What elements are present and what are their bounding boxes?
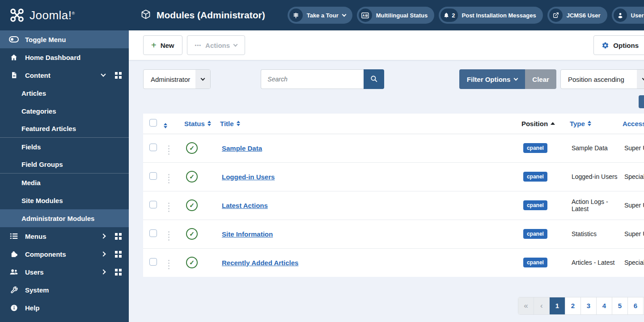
row-checkbox[interactable]	[149, 229, 157, 237]
sidebar-subitem[interactable]: Articles +	[0, 84, 129, 102]
sidebar-subitem-label: Categories	[21, 107, 111, 115]
access-cell: Special	[623, 248, 644, 277]
row-checkbox[interactable]	[149, 172, 157, 180]
access-sort-header[interactable]: Access	[623, 120, 644, 127]
sidebar-item-toggle-menu[interactable]: Toggle Menu	[0, 30, 129, 48]
filter-bar: Administrator Filter Options Clear	[143, 69, 644, 89]
sidebar-item-label: Menus	[25, 233, 95, 240]
document-icon	[9, 71, 19, 79]
bell-icon: 2	[441, 8, 458, 22]
page-number-button[interactable]: 6	[628, 297, 644, 314]
page-number-button[interactable]: 1	[550, 297, 565, 314]
access-cell: Super Users	[623, 191, 644, 220]
take-a-tour-button[interactable]: Take a Tour	[288, 7, 352, 24]
dashboard-grid-icon[interactable]	[115, 72, 122, 79]
sidebar-item-label: Content	[25, 72, 95, 79]
row-checkbox[interactable]	[149, 201, 157, 208]
pill-label: Post Installation Messages	[462, 12, 536, 19]
dashboard-grid-icon[interactable]	[115, 233, 122, 240]
sidebar-item-content[interactable]: Content	[0, 66, 129, 84]
columns-toggle-button[interactable]: 7/7 Columns	[639, 95, 644, 108]
position-badge: cpanel	[523, 143, 547, 153]
drag-handle-icon[interactable]	[165, 259, 172, 270]
sidebar-subitem[interactable]: Media +	[0, 174, 129, 191]
filter-options-button[interactable]: Filter Options	[459, 69, 525, 89]
chevron-right-icon	[101, 251, 106, 256]
new-button[interactable]: + New	[143, 35, 182, 55]
toggle-icon	[9, 36, 19, 42]
signpost-icon	[289, 8, 303, 22]
row-checkbox[interactable]	[149, 144, 157, 151]
status-sort-header[interactable]: Status	[184, 120, 211, 127]
select-all-checkbox[interactable]	[149, 119, 157, 127]
status-published-icon[interactable]	[186, 142, 198, 154]
sidebar-subitem[interactable]: Site Modules +	[0, 191, 129, 209]
sidebar-item-components[interactable]: Components	[0, 245, 129, 263]
status-published-icon[interactable]	[186, 257, 198, 268]
position-badge: cpanel	[523, 200, 547, 210]
post-installation-messages-button[interactable]: 2 Post Installation Messages	[439, 7, 542, 24]
notification-count-badge: 2	[452, 12, 455, 19]
position-sort-header[interactable]: Position	[521, 120, 555, 127]
table-row: Site Information cpanel Statistics Super…	[143, 220, 644, 248]
title-sort-header[interactable]: Title	[220, 120, 240, 127]
client-select[interactable]: Administrator	[143, 69, 211, 89]
sidebar-subitem[interactable]: Fields +	[0, 138, 129, 156]
options-button[interactable]: Options	[593, 35, 644, 55]
sidebar-item-help[interactable]: Help	[0, 299, 129, 317]
sort-select[interactable]: Position ascending	[560, 69, 644, 89]
multilingual-status-button[interactable]: A Multilingual Status	[357, 7, 435, 24]
status-published-icon[interactable]	[186, 228, 198, 240]
sidebar-subitem[interactable]: Field Groups +	[0, 156, 129, 174]
drag-handle-icon[interactable]	[165, 230, 172, 242]
drag-handle-icon[interactable]	[165, 173, 172, 184]
clear-button[interactable]: Clear	[525, 69, 556, 89]
user-icon	[614, 8, 627, 22]
joomla-logo-text: Joomla!®	[30, 8, 75, 22]
dashboard-grid-icon[interactable]	[115, 269, 122, 275]
ordering-sort-header[interactable]	[164, 123, 167, 128]
type-cell: Action Logs - Latest	[570, 191, 623, 220]
row-checkbox[interactable]	[149, 258, 157, 266]
button-label: New	[161, 42, 174, 49]
page-number-button[interactable]: 2	[565, 297, 581, 314]
dashboard-grid-icon[interactable]	[115, 251, 122, 258]
sidebar-subitem[interactable]: Featured Articles +	[0, 120, 129, 138]
search-input[interactable]	[261, 69, 364, 89]
sidebar-subitem[interactable]: Administrator Modules +	[0, 209, 129, 227]
module-title-link[interactable]: Site Information	[222, 230, 273, 238]
module-title-link[interactable]: Logged-in Users	[222, 173, 275, 181]
search-button[interactable]	[364, 69, 384, 89]
drag-handle-icon[interactable]	[165, 202, 172, 213]
actions-button[interactable]: ••• Actions	[187, 35, 246, 55]
sidebar-item-users[interactable]: Users	[0, 263, 129, 281]
first-page-icon: «	[524, 301, 528, 310]
status-published-icon[interactable]	[186, 199, 198, 211]
sidebar-item-home-dashboard[interactable]: Home Dashboard	[0, 48, 129, 66]
sidebar-item-menus[interactable]: Menus	[0, 227, 129, 245]
module-title-link[interactable]: Sample Data	[222, 144, 262, 152]
sidebar-subitem-label: Featured Articles	[21, 125, 111, 132]
page-number-button[interactable]: 5	[612, 297, 628, 314]
module-title-link[interactable]: Recently Added Articles	[222, 259, 298, 267]
menus-list-icon	[9, 233, 19, 240]
drag-handle-icon[interactable]	[165, 144, 172, 156]
page-number-button[interactable]: 3	[581, 297, 597, 314]
position-badge: cpanel	[523, 172, 547, 182]
sidebar-item-system[interactable]: System	[0, 281, 129, 299]
user-menu-button[interactable]: User Menu	[612, 7, 644, 24]
sidebar-item-label: Components	[25, 250, 95, 258]
status-published-icon[interactable]	[186, 171, 198, 182]
module-title-link[interactable]: Latest Actions	[222, 202, 268, 209]
previous-page-button[interactable]: ‹	[534, 297, 550, 314]
first-page-button[interactable]: «	[518, 297, 534, 314]
joomla-logo-icon	[10, 8, 24, 22]
sidebar-subitem[interactable]: Categories +	[0, 102, 129, 120]
sidebar-item-label: System	[25, 286, 122, 294]
site-preview-button[interactable]: JCMS6 User	[547, 7, 607, 24]
position-badge: cpanel	[523, 258, 547, 267]
type-sort-header[interactable]: Type	[570, 120, 591, 127]
page-number-button[interactable]: 4	[597, 297, 612, 314]
svg-text:A: A	[363, 13, 365, 17]
type-cell: Statistics	[570, 220, 623, 248]
